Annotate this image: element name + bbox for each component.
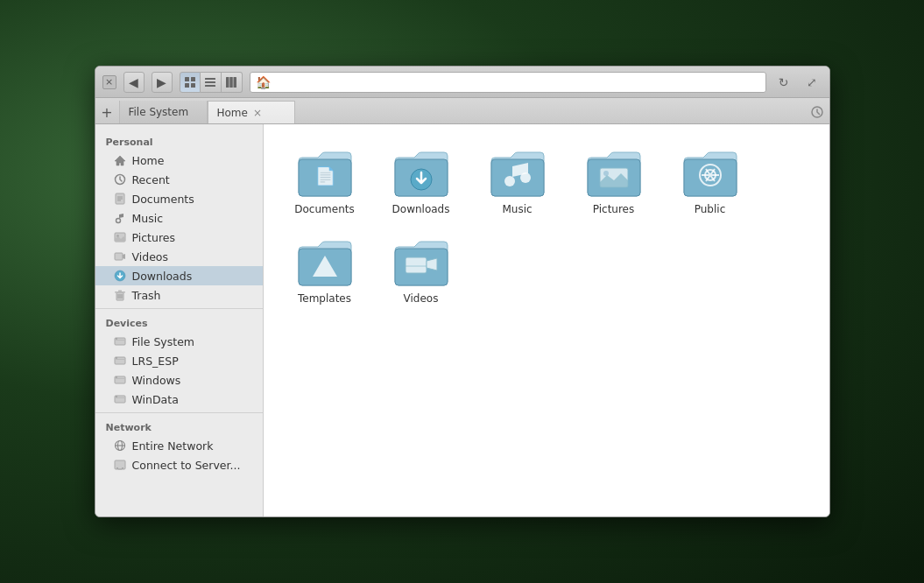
view-columns-button[interactable]	[222, 72, 243, 93]
folder-downloads-icon	[393, 149, 449, 198]
columns-icon	[226, 77, 236, 88]
sidebar-item-trash-label: Trash	[132, 289, 161, 302]
sidebar-item-windata[interactable]: WinData	[95, 390, 263, 409]
connect-server-icon	[113, 458, 127, 472]
tab-history-button[interactable]	[805, 101, 829, 123]
tab-filesystem[interactable]: File System	[120, 101, 208, 123]
folder-videos-label: Videos	[404, 292, 439, 305]
videos-icon	[113, 249, 127, 263]
sidebar-item-trash[interactable]: Trash	[95, 285, 263, 305]
sidebar-item-windows-label: Windows	[132, 374, 181, 387]
view-list-button[interactable]	[201, 72, 222, 93]
tab-bar: + File System Home ×	[95, 98, 829, 124]
folder-documents-label: Documents	[294, 203, 354, 215]
folder-videos[interactable]: Videos	[377, 231, 465, 312]
sidebar-item-downloads-label: Downloads	[132, 270, 193, 283]
folder-documents[interactable]: 📄 Documents	[281, 142, 369, 222]
svg-rect-6	[205, 85, 215, 87]
sidebar-item-documents-label: Documents	[132, 193, 194, 206]
sidebar-item-videos-label: Videos	[132, 250, 169, 263]
svg-point-32	[116, 357, 117, 359]
sidebar-divider-1	[95, 308, 263, 309]
home-icon	[113, 153, 127, 167]
folder-public-label: Public	[695, 203, 726, 215]
downloads-icon	[113, 269, 127, 283]
svg-rect-0	[185, 77, 189, 81]
svg-text:📄: 📄	[314, 165, 335, 186]
documents-icon	[113, 192, 127, 206]
svg-point-29	[116, 338, 117, 340]
svg-rect-23	[118, 291, 122, 292]
sidebar-item-documents[interactable]: Documents	[95, 189, 263, 208]
sidebar-item-windata-label: WinData	[132, 393, 179, 406]
svg-point-48	[504, 176, 515, 186]
grid-icon	[185, 77, 195, 88]
address-home-icon: 🏠	[256, 75, 271, 89]
sidebar-item-filesystem[interactable]: File System	[95, 332, 263, 351]
sidebar-item-recent[interactable]: Recent	[95, 170, 263, 189]
sidebar-item-entire-network[interactable]: Entire Network	[95, 436, 263, 455]
sidebar-item-music-label: Music	[132, 212, 164, 225]
folder-templates-label: Templates	[298, 292, 351, 305]
folder-downloads-label: Downloads	[392, 203, 450, 215]
svg-rect-55	[406, 257, 427, 273]
sidebar-item-music[interactable]: Music	[95, 208, 263, 228]
folder-music-icon	[490, 149, 546, 198]
close-button[interactable]: ×	[102, 75, 116, 89]
svg-rect-8	[229, 77, 233, 88]
folder-downloads[interactable]: Downloads	[377, 142, 465, 222]
devices-section-label: Devices	[95, 313, 263, 332]
svg-rect-3	[191, 83, 195, 88]
history-icon	[811, 106, 823, 118]
sidebar-item-connect-server-label: Connect to Server...	[132, 459, 241, 472]
forward-button[interactable]: ▶	[152, 72, 173, 93]
windata-icon	[113, 392, 127, 406]
sidebar-item-windows[interactable]: Windows	[95, 370, 263, 390]
network-section-label: Network	[95, 417, 263, 436]
content-area: 📄 Documents Downloads	[264, 124, 829, 516]
file-manager: × ◀ ▶	[95, 66, 830, 517]
sidebar-item-recent-label: Recent	[132, 173, 170, 186]
title-bar: × ◀ ▶	[95, 67, 829, 98]
tab-home-close[interactable]: ×	[253, 108, 262, 118]
svg-point-49	[520, 172, 531, 183]
svg-rect-1	[191, 77, 195, 81]
lrs-esp-icon	[113, 354, 127, 368]
sidebar-item-pictures[interactable]: Pictures	[95, 228, 263, 247]
view-buttons	[180, 72, 243, 93]
sidebar-item-connect-to-server[interactable]: Connect to Server...	[95, 455, 263, 474]
sidebar-item-videos[interactable]: Videos	[95, 247, 263, 266]
sidebar-item-downloads[interactable]: Downloads	[95, 266, 263, 285]
folder-public[interactable]: Public	[667, 142, 754, 222]
folder-templates[interactable]: Templates	[281, 231, 369, 312]
folder-templates-icon	[297, 238, 353, 287]
sidebar-item-lrs-esp[interactable]: LRS_ESP	[95, 351, 263, 370]
expand-button[interactable]: ⤢	[801, 72, 822, 93]
svg-rect-44	[122, 467, 123, 469]
folder-public-icon	[682, 149, 738, 198]
tab-home-label: Home	[217, 107, 248, 119]
address-input[interactable]	[274, 76, 760, 88]
sidebar-item-home[interactable]: Home	[95, 151, 263, 170]
svg-rect-37	[115, 397, 125, 398]
svg-point-16	[116, 219, 120, 223]
folder-pictures[interactable]: Pictures	[570, 142, 658, 222]
svg-rect-31	[115, 359, 125, 360]
svg-rect-42	[115, 460, 125, 469]
view-grid-button[interactable]	[180, 72, 201, 93]
svg-point-38	[116, 396, 117, 397]
address-bar[interactable]: 🏠	[250, 72, 766, 93]
sidebar-item-pictures-label: Pictures	[132, 231, 176, 244]
sidebar-item-home-label: Home	[132, 154, 165, 167]
folder-documents-icon: 📄	[297, 149, 353, 198]
reload-button[interactable]: ↻	[773, 72, 794, 93]
add-tab-button[interactable]: +	[95, 101, 120, 123]
main-area: Personal Home Recent Documents	[95, 124, 829, 516]
folder-music[interactable]: Music	[474, 142, 561, 222]
svg-point-35	[116, 376, 117, 378]
sidebar-item-entire-network-label: Entire Network	[132, 439, 214, 453]
tab-home[interactable]: Home ×	[208, 101, 295, 123]
folder-pictures-label: Pictures	[593, 203, 635, 215]
back-button[interactable]: ◀	[123, 72, 145, 93]
svg-rect-7	[226, 77, 229, 88]
